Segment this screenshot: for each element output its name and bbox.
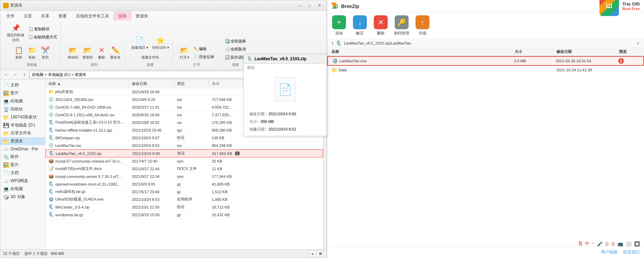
sidebar-item-recycle[interactable]: 🗑️ 回收站 (0, 105, 45, 113)
new-btns: 📄 新建项目 ▾ ⭐ 轻松访问 ▾ (130, 35, 171, 51)
sidebar-item-onedrive[interactable]: ☁️ OneDrive - Per (0, 145, 45, 153)
tab-home[interactable]: 主页 (19, 11, 37, 21)
up-button[interactable]: ↑ (21, 71, 28, 78)
select-label: 选择 (232, 62, 239, 67)
ribbon-group-organize: 📂 移动到 📂 复制到 ✕ 删除 ✏️ 重命名 (64, 44, 125, 68)
file-name: 💿LaoMaoTao.iso (46, 142, 129, 149)
history-button[interactable]: 🕐历史记录 (192, 53, 216, 61)
bz-file-row-data[interactable]: 📁 Data 2021-10-24 11:41:39 (327, 66, 644, 75)
address-input[interactable]: 此电脑 > 本地磁盘 (D:) > 资源夹 (30, 71, 262, 78)
copy-button[interactable]: 📋 复制 (13, 45, 25, 61)
grid-view-button[interactable]: ⊞ (317, 251, 324, 257)
paste-button[interactable]: 📁 粘贴 (26, 45, 38, 61)
table-row-selected[interactable]: 🗜️LaoMaoTao_v9.5_2103.zip 2021/10/24 9:0… (46, 149, 323, 157)
tab-extract[interactable]: 提取 (114, 11, 131, 21)
tab-compress-tools[interactable]: 压缩的文件夹工具 (71, 11, 114, 21)
rename-button[interactable]: ✏️ 重命名 (108, 45, 122, 61)
bz-file-row-exe[interactable]: ⚙️ LaoMaoTao.exe 3.0 MB 2021-03-26 16:01… (327, 56, 644, 66)
sidebar-item-user-folder[interactable]: 📁 190742陈家伏 (0, 113, 45, 121)
sidebar-item-wps[interactable]: ☁️ WPS网盘 (0, 177, 45, 185)
select-all-button[interactable]: ☑️全部选择 (223, 38, 248, 45)
tab-view[interactable]: 查看 (54, 11, 71, 21)
maximize-button[interactable]: □ (305, 2, 314, 9)
table-row[interactable]: 💿LaoMaoTao.iso 2021/10/24 9:02 iso 904,2… (46, 142, 323, 149)
details-view-button[interactable]: ≡ (309, 251, 316, 257)
bz-addr-dropdown-icon[interactable]: ▼ (636, 41, 640, 45)
sidebar-item-docs2[interactable]: 📄 文档 (0, 169, 45, 177)
bz-col-size[interactable]: 大小 (515, 49, 556, 54)
bz-file-date-exe: 2021-03-26 16:01:54 (556, 59, 618, 63)
sidebar-item-attachments[interactable]: 📎 附件 (0, 153, 45, 161)
table-row[interactable]: 🗜️WeCenter_3-3-4.zip 2021/10/1 21:56 秒压 … (46, 203, 323, 211)
new-item-button[interactable]: 📄 新建项目 ▾ (130, 35, 150, 51)
file-name: 📦mysql-community-server-5.7.35-1.el7... (46, 173, 129, 180)
file-type: gz (174, 180, 209, 188)
new-folder-button[interactable]: 新建文件夹 (140, 54, 161, 61)
copy-to-button[interactable]: 📂 复制到 (81, 45, 95, 61)
minimize-button[interactable]: — (295, 2, 304, 9)
file-type: 秒压 (175, 150, 209, 157)
delete-button[interactable]: ✕ 删除 (95, 45, 108, 61)
tab-folder[interactable]: 资源夹 (131, 11, 153, 21)
deselect-all-button[interactable]: ⬜全部取消 (223, 46, 248, 53)
bz-col-preview[interactable]: 预览 (619, 49, 640, 54)
ad-text: Trio Offi Best Free (622, 1, 640, 11)
col-name[interactable]: 名称 ▲ (46, 80, 129, 88)
cut-button[interactable]: ✂️ 剪切 (39, 45, 51, 61)
back-button[interactable]: ← (2, 71, 10, 78)
open-button[interactable]: 📂 打开 ▾ (178, 45, 191, 61)
sidebar-item-docs[interactable]: 📄 文档 (0, 81, 45, 89)
tab-share[interactable]: 共享 (37, 11, 54, 21)
forward-button[interactable]: → (11, 71, 19, 78)
contact-link[interactable]: 联系我们 (623, 249, 640, 255)
table-row[interactable]: 📦mysql-57-community-release-el7-10.n... … (46, 157, 323, 165)
user-guide-link[interactable]: 用户指南 (601, 249, 618, 255)
col-date[interactable]: 修改日期 (129, 80, 174, 88)
bz-exe-icon: ⚙️ (332, 58, 338, 64)
paste-shortcut-button[interactable]: 📋粘贴快捷方式 (27, 33, 59, 41)
table-row[interactable]: 🗜️wordpress.tar.gz 2021/9/19 15:00 gz 15… (46, 211, 323, 219)
taskbar-icon-8: 🔲 (634, 241, 640, 247)
new-folder-label: 新建文件夹 (142, 55, 159, 60)
file-date: 2021/9/9 9:05 (129, 180, 174, 188)
table-row[interactable]: 🗜️openwrt-koolshare-mod-v2.31-r1082... 2… (46, 180, 323, 188)
resources-icon: 📁 (3, 139, 9, 144)
sidebar-item-pics2[interactable]: 🖼️ 图片 (0, 161, 45, 169)
bz-col-name[interactable]: 名称 (331, 49, 515, 54)
sidebar-item-computer[interactable]: 💻 此电脑 (0, 97, 45, 105)
table-row[interactable]: ⚙️UltraISO软碟通_014614.exe 2021/10/24 8:53… (46, 196, 323, 203)
file-size: 41,609 KB (209, 180, 244, 188)
table-row[interactable]: 📝mysql57的yumi源文件.docx 2021/9/27 22:44 DO… (46, 165, 323, 173)
bz-extract-tool[interactable]: ↓ 解压 (352, 15, 368, 36)
edit-button[interactable]: ✏️编辑 (192, 45, 216, 53)
pin-button[interactable]: 📌 固定到快速访问 (5, 23, 26, 44)
col-size[interactable]: 大小 (209, 80, 244, 88)
bz-col-date[interactable]: 修改日期 (556, 49, 619, 54)
bz-delete-tool[interactable]: ✕ 删除 (373, 15, 388, 36)
close-button[interactable]: ✕ (315, 2, 324, 9)
new-item-icon: 📄 (135, 36, 144, 45)
bz-addr-up-icon: ↑ (331, 40, 334, 46)
move-to-button[interactable]: 📂 移动到 (66, 45, 80, 61)
copy-path-button[interactable]: 📋复制路径 (27, 25, 59, 33)
sidebar-item-computer2[interactable]: 💻 此电脑 (0, 185, 45, 193)
col-type[interactable]: 类型 (174, 80, 209, 88)
bz-password-tool[interactable]: 🔑 密码管理 (394, 15, 409, 36)
sidebar-item-local-disk[interactable]: 💾 本地磁盘 (D:) (0, 121, 45, 129)
sidebar-item-shared[interactable]: 📁 共享文件夹 (0, 129, 45, 137)
tab-file[interactable]: 文件 (2, 11, 19, 21)
bz-file-name-data: 📁 Data (331, 67, 515, 73)
sidebar-item-resources[interactable]: 📁 资源夹 (0, 137, 45, 145)
table-row[interactable]: 📦mysql-community-server-5.7.35-1.el7... … (46, 173, 323, 180)
file-size: 149 KB (209, 134, 244, 141)
ad-title: Trio Offi (622, 1, 640, 7)
sidebar-item-pics[interactable]: 🖼️ 图片 (0, 89, 45, 97)
sidebar-item-3d[interactable]: 🎲 3D 对象 (0, 193, 45, 201)
taskbar-icon-5: Ω (611, 241, 615, 247)
table-row[interactable]: 🗜️redis源码包.tar.gz 2017/5/17 23:40 gz 1,5… (46, 188, 323, 196)
zip-header-title: LaoMaoTao_v9.5_2103.zip (255, 56, 306, 61)
easy-access-button[interactable]: ⭐ 轻松访问 ▾ (151, 35, 171, 51)
bz-upgrade-tool[interactable]: ↑ 升级 (415, 15, 430, 36)
bz-add-tool[interactable]: + 添加 (331, 15, 347, 36)
file-name: 🗜️harbor-offline-installer-v1.10.1.tgz (46, 126, 129, 134)
